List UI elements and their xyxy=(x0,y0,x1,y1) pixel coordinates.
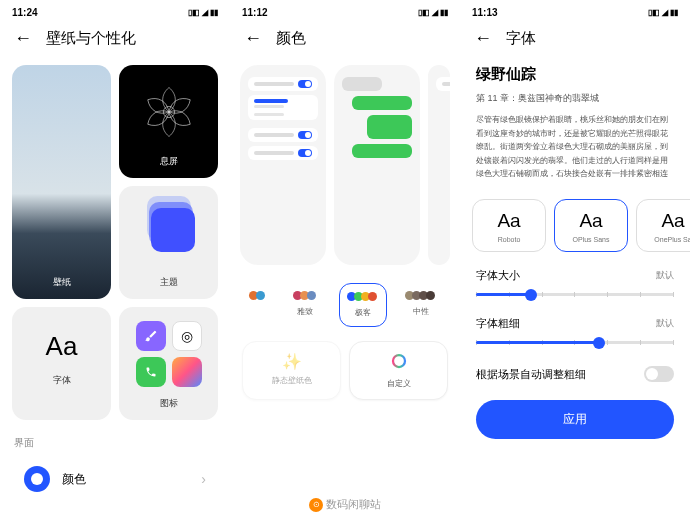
font-size-slider[interactable] xyxy=(476,293,674,296)
section-label: 界面 xyxy=(0,420,230,456)
status-bar: 11:24 ▯◧ ◢ ▮▮ xyxy=(0,0,230,20)
tile-label: 字体 xyxy=(53,374,71,387)
btn-label: 自定义 xyxy=(387,378,411,389)
wallpaper-tile[interactable]: 壁纸 xyxy=(12,65,111,299)
icon-tile[interactable]: ◎ 图标 xyxy=(119,307,218,420)
toggle-label: 根据场景自动调整粗细 xyxy=(476,367,586,382)
status-time: 11:13 xyxy=(472,7,498,18)
apply-button[interactable]: 应用 xyxy=(476,400,674,439)
status-time: 11:24 xyxy=(12,7,38,18)
palette-strip: 雅致极客中性 xyxy=(230,277,460,337)
color-screen: 11:12 ▯◧ ◢ ▮▮ ← 颜色 雅致极客中性 ✨ xyxy=(230,0,460,514)
wallpaper-color-button[interactable]: ✨ 静态壁纸色 xyxy=(242,341,341,400)
auto-weight-toggle[interactable] xyxy=(644,366,674,382)
font-name-label: OnePlus Sa xyxy=(654,236,690,243)
palette-label: 中性 xyxy=(413,306,429,317)
font-sample: Aa xyxy=(661,210,684,232)
font-weight-slider[interactable] xyxy=(476,341,674,344)
wand-icon: ✨ xyxy=(282,352,302,371)
icon-grid-preview: ◎ xyxy=(136,321,202,387)
btn-label: 静态壁纸色 xyxy=(272,375,312,386)
apply-label: 应用 xyxy=(563,412,587,426)
back-icon[interactable]: ← xyxy=(244,28,262,49)
font-weight-section: 字体粗细 默认 xyxy=(460,310,690,358)
phone-icon xyxy=(136,357,166,387)
page-title: 颜色 xyxy=(276,29,306,48)
font-name-label: OPlus Sans xyxy=(573,236,610,243)
preview-body: 尽管有绿色眼镜保护着眼睛，桃乐丝和她的朋友们在刚看到这座奇妙的城市时，还是被它耀… xyxy=(476,113,674,181)
palette-swatch-icon xyxy=(349,292,377,301)
status-bar: 11:13 ▯◧ ◢ ▮▮ xyxy=(460,0,690,20)
palette-swatch-icon xyxy=(295,291,316,300)
color-ring-icon xyxy=(390,352,408,374)
brush-icon xyxy=(136,321,166,351)
preview-chat-card[interactable] xyxy=(334,65,420,265)
preview-chapter: 第 11 章：奥兹国神奇的翡翠城 xyxy=(476,92,674,105)
status-icons: ▯◧ ◢ ▮▮ xyxy=(418,8,448,17)
aod-pattern-icon xyxy=(134,77,204,147)
custom-color-button[interactable]: 自定义 xyxy=(349,341,448,400)
font-size-section: 字体大小 默认 xyxy=(460,262,690,310)
preview-heading: 绿野仙踪 xyxy=(476,65,674,84)
status-icons: ▯◧ ◢ ▮▮ xyxy=(648,8,678,17)
svg-point-1 xyxy=(393,355,405,367)
font-option[interactable]: AaOPlus Sans xyxy=(554,199,628,252)
font-picker: AaRobotoAaOPlus SansAaOnePlus Sa xyxy=(460,193,690,262)
slider-label: 字体粗细 xyxy=(476,316,520,331)
slider-value: 默认 xyxy=(656,269,674,282)
watermark: ⊙ 数码闲聊站 xyxy=(309,497,381,512)
page-title: 壁纸与个性化 xyxy=(46,29,136,48)
weibo-icon: ⊙ xyxy=(309,498,323,512)
font-option[interactable]: AaOnePlus Sa xyxy=(636,199,690,252)
camera-icon: ◎ xyxy=(172,321,202,351)
back-icon[interactable]: ← xyxy=(474,28,492,49)
status-time: 11:12 xyxy=(242,7,268,18)
font-sample-icon: Aa xyxy=(46,331,78,362)
aod-tile[interactable]: 息屏 xyxy=(119,65,218,178)
font-sample: Aa xyxy=(497,210,520,232)
page-header: ← 字体 xyxy=(460,20,690,65)
palette-option[interactable]: 极客 xyxy=(339,283,387,327)
palette-option-partial[interactable] xyxy=(245,283,271,308)
back-icon[interactable]: ← xyxy=(14,28,32,49)
gallery-icon xyxy=(172,357,202,387)
font-tile[interactable]: Aa 字体 xyxy=(12,307,111,420)
font-screen: 11:13 ▯◧ ◢ ▮▮ ← 字体 绿野仙踪 第 11 章：奥兹国神奇的翡翠城… xyxy=(460,0,690,514)
theme-tile[interactable]: 主题 xyxy=(119,186,218,299)
tile-label: 息屏 xyxy=(160,155,178,168)
palette-swatch-icon xyxy=(407,291,435,300)
palette-label: 极客 xyxy=(355,307,371,318)
personalization-screen: 11:24 ▯◧ ◢ ▮▮ ← 壁纸与个性化 壁纸 xyxy=(0,0,230,514)
palette-option[interactable]: 雅致 xyxy=(281,283,329,325)
font-preview: 绿野仙踪 第 11 章：奥兹国神奇的翡翠城 尽管有绿色眼镜保护着眼睛，桃乐丝和她… xyxy=(460,65,690,193)
tile-label: 图标 xyxy=(160,397,178,410)
palette-option[interactable]: 中性 xyxy=(397,283,445,325)
preview-cards xyxy=(230,65,460,277)
font-sample: Aa xyxy=(579,210,602,232)
palette-label: 雅致 xyxy=(297,306,313,317)
page-header: ← 颜色 xyxy=(230,20,460,65)
chevron-right-icon: › xyxy=(201,471,206,487)
status-bar: 11:12 ▯◧ ◢ ▮▮ xyxy=(230,0,460,20)
color-swatch-icon xyxy=(24,466,50,492)
slider-value: 默认 xyxy=(656,317,674,330)
tile-grid: 壁纸 息屏 xyxy=(0,65,230,420)
auto-weight-row: 根据场景自动调整粗细 xyxy=(460,358,690,390)
row-label: 颜色 xyxy=(62,471,189,488)
custom-row: ✨ 静态壁纸色 自定义 xyxy=(230,337,460,404)
page-title: 字体 xyxy=(506,29,536,48)
tile-label: 主题 xyxy=(160,276,178,289)
slider-label: 字体大小 xyxy=(476,268,520,283)
preview-card-partial[interactable] xyxy=(428,65,450,265)
font-option[interactable]: AaRoboto xyxy=(472,199,546,252)
preview-settings-card[interactable] xyxy=(240,65,326,265)
watermark-text: 数码闲聊站 xyxy=(326,497,381,512)
page-header: ← 壁纸与个性化 xyxy=(0,20,230,65)
tile-label: 壁纸 xyxy=(53,276,71,289)
status-icons: ▯◧ ◢ ▮▮ xyxy=(188,8,218,17)
font-name-label: Roboto xyxy=(498,236,521,243)
color-row[interactable]: 颜色 › xyxy=(10,456,220,502)
